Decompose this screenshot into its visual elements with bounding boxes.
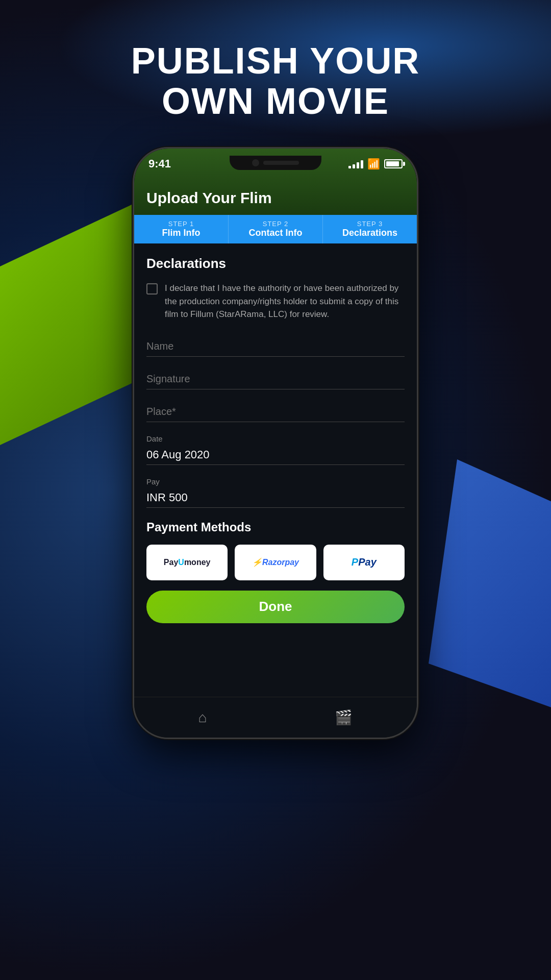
date-value: 06 Aug 2020 bbox=[146, 445, 405, 465]
bg-blue-shape bbox=[429, 459, 551, 715]
phone-body: 9:41 📶 Upload Your Fli bbox=[133, 147, 418, 739]
place-input[interactable] bbox=[146, 402, 405, 422]
signal-bars bbox=[348, 159, 363, 168]
battery-fill bbox=[386, 161, 399, 166]
step2-number: STEP 2 bbox=[263, 220, 289, 228]
section-declarations: Declarations bbox=[146, 256, 405, 272]
date-label: Date bbox=[146, 434, 405, 443]
bottom-nav: ⌂ 🎬 bbox=[134, 697, 417, 738]
payment-methods: PayUmoney ⚡Razorpay bbox=[146, 545, 405, 580]
declaration-checkbox[interactable] bbox=[146, 283, 158, 295]
home-icon: ⌂ bbox=[198, 709, 207, 726]
paypal-button[interactable]: PPay bbox=[323, 545, 405, 580]
declaration-text: I declare that I have the authority or h… bbox=[165, 282, 405, 321]
step3-number: STEP 3 bbox=[357, 220, 383, 228]
phone-screen: 9:41 📶 Upload Your Fli bbox=[134, 149, 417, 738]
status-time: 9:41 bbox=[148, 157, 171, 170]
payment-section: Payment Methods PayUmoney bbox=[146, 520, 405, 580]
date-field: Date 06 Aug 2020 bbox=[146, 434, 405, 465]
step1-number: STEP 1 bbox=[168, 220, 194, 228]
signal-bar-3 bbox=[357, 162, 359, 168]
razorpay-label: ⚡Razorpay bbox=[252, 557, 299, 567]
tab-step3[interactable]: STEP 3 Declarations bbox=[323, 215, 417, 243]
signature-field bbox=[146, 369, 405, 389]
razorpay-button[interactable]: ⚡Razorpay bbox=[235, 545, 316, 580]
step1-label: Flim Info bbox=[162, 228, 201, 238]
done-label: Done bbox=[259, 599, 292, 615]
payment-title: Payment Methods bbox=[146, 520, 405, 534]
form-content: Declarations I declare that I have the a… bbox=[134, 243, 417, 697]
phone-mockup: 9:41 📶 Upload Your Fli bbox=[133, 147, 418, 760]
signal-bar-2 bbox=[353, 164, 355, 168]
payu-label: PayUmoney bbox=[164, 558, 211, 567]
paypal-label: PPay bbox=[352, 556, 377, 568]
declaration-row: I declare that I have the authority or h… bbox=[146, 282, 405, 321]
step2-label: Contact Info bbox=[249, 228, 303, 238]
pay-label: Pay bbox=[146, 477, 405, 486]
screen-title: Upload Your Flim bbox=[134, 179, 417, 215]
signal-bar-4 bbox=[361, 160, 363, 168]
done-button[interactable]: Done bbox=[146, 591, 405, 623]
payu-button[interactable]: PayUmoney bbox=[146, 545, 228, 580]
status-icons: 📶 bbox=[348, 158, 403, 170]
place-field bbox=[146, 402, 405, 422]
speaker bbox=[263, 161, 299, 165]
nav-home[interactable]: ⌂ bbox=[198, 709, 207, 726]
signature-input[interactable] bbox=[146, 369, 405, 389]
film-icon: 🎬 bbox=[335, 709, 353, 726]
pay-field: Pay INR 500 bbox=[146, 477, 405, 508]
tab-step1[interactable]: STEP 1 Flim Info bbox=[134, 215, 229, 243]
battery-icon bbox=[384, 159, 403, 168]
name-input[interactable] bbox=[146, 336, 405, 357]
phone-notch bbox=[230, 156, 321, 170]
power-button bbox=[417, 240, 418, 271]
pay-value: INR 500 bbox=[146, 488, 405, 508]
page-title: PUBLISH YOUR OWN MOVIE bbox=[131, 41, 420, 121]
signal-bar-1 bbox=[348, 166, 351, 168]
wifi-icon: 📶 bbox=[367, 158, 380, 170]
step3-label: Declarations bbox=[342, 228, 397, 238]
nav-film[interactable]: 🎬 bbox=[335, 709, 353, 726]
bg-green-shape bbox=[0, 204, 133, 459]
step-tabs: STEP 1 Flim Info STEP 2 Contact Info STE… bbox=[134, 215, 417, 243]
name-field bbox=[146, 336, 405, 357]
front-camera bbox=[252, 159, 259, 166]
screen-content: Upload Your Flim STEP 1 Flim Info STEP 2… bbox=[134, 149, 417, 738]
tab-step2[interactable]: STEP 2 Contact Info bbox=[229, 215, 323, 243]
